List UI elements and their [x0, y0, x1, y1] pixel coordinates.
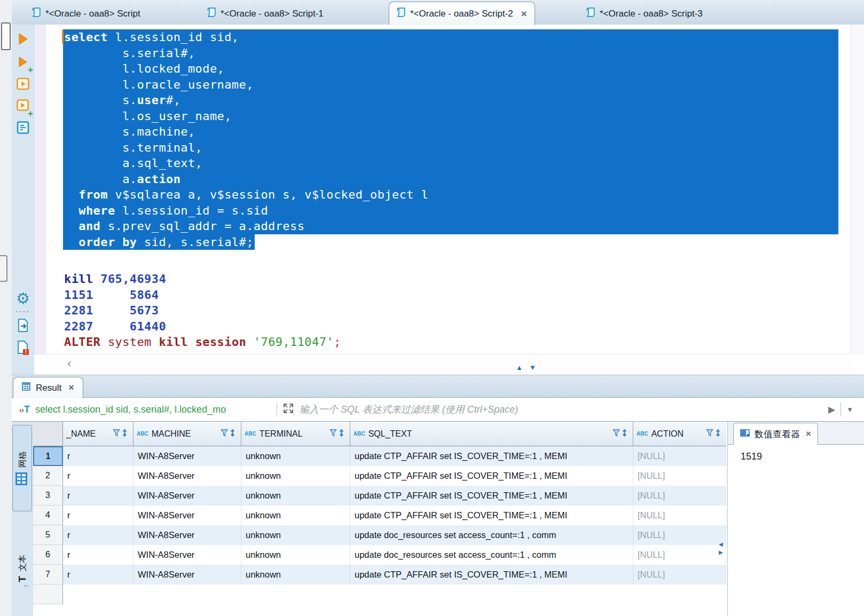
cell-action[interactable]: [NULL]	[633, 545, 726, 565]
cell-sql-text[interactable]: update doc_resources set access_count=:1…	[350, 525, 633, 545]
grid-view-tab[interactable]: 网格	[12, 425, 32, 511]
cell-machine[interactable]: WIN-A8Server	[133, 545, 241, 565]
cell-terminal[interactable]: unknown	[241, 525, 350, 545]
tab-script-2-active[interactable]: *<Oracle - oaa8> Script-2 ×	[389, 2, 535, 25]
cell-name[interactable]: r	[63, 506, 133, 525]
cell-sql-text[interactable]: update CTP_AFFAIR set IS_COVER_TIME=:1 ,…	[350, 486, 633, 506]
close-icon[interactable]: ×	[806, 429, 811, 439]
table-row[interactable]: 7 r WIN-A8Server unknown update CTP_AFFA…	[33, 565, 726, 585]
cell-name[interactable]: r	[63, 525, 133, 545]
collapsed-view-handle[interactable]	[1, 22, 11, 50]
cell-action[interactable]: [NULL]	[633, 525, 726, 545]
filter-funnel-icon[interactable]	[221, 429, 228, 439]
cell-action[interactable]: [NULL]	[633, 565, 726, 585]
result-tab[interactable]: Result ×	[13, 377, 83, 398]
sql-editor[interactable]: select l.session_id sid, s.serial#, l.lo…	[34, 25, 851, 354]
table-row[interactable]: 3 r WIN-A8Server unknown update CTP_AFFA…	[33, 486, 726, 506]
sort-icon[interactable]	[122, 429, 128, 439]
cell-sql-text[interactable]: update CTP_AFFAIR set IS_COVER_TIME=:1 ,…	[350, 466, 633, 486]
row-number[interactable]: 7	[33, 565, 63, 585]
cell-name[interactable]: r	[63, 466, 133, 486]
filter-funnel-icon[interactable]	[329, 429, 337, 439]
filter-funnel-icon[interactable]	[113, 429, 120, 439]
cell-machine[interactable]: WIN-A8Server	[133, 466, 241, 486]
tab-script[interactable]: *<Oracle - oaa8> Script	[25, 3, 148, 25]
execute-script-new-tab-button[interactable]: +	[15, 99, 31, 115]
expand-filter-icon[interactable]	[282, 402, 294, 416]
text-view-tab[interactable]: T↕ 文本	[12, 528, 32, 609]
tab-script-3[interactable]: *<Oracle - oaa8> Script-3	[579, 3, 710, 25]
cell-action[interactable]: [NULL]	[633, 506, 726, 525]
filter-input[interactable]: 输入一个 SQL 表达式来过滤结果 (使用 Ctrl+Space)	[300, 403, 518, 416]
cell-machine[interactable]: WIN-A8Server	[133, 446, 241, 466]
editor-vertical-scrollbar[interactable]	[851, 25, 864, 354]
grid-scroll-arrows[interactable]: ◀ ▶	[719, 540, 723, 556]
code-line: from v$sqlarea a, v$session s, v$locked_…	[63, 187, 838, 203]
cell-sql-text[interactable]: update CTP_AFFAIR set IS_COVER_TIME=:1 ,…	[350, 565, 633, 585]
row-number[interactable]: 4	[33, 506, 63, 525]
sort-icon[interactable]	[230, 429, 235, 439]
column-header-name[interactable]: _NAME	[63, 422, 133, 446]
filter-dropdown-icon[interactable]: ▼	[846, 406, 853, 414]
column-header-action[interactable]: ABC ACTION	[633, 422, 726, 446]
export-result-button[interactable]	[15, 318, 31, 334]
cell-sql-text[interactable]: update CTP_AFFAIR set IS_COVER_TIME=:1 ,…	[350, 446, 633, 466]
cell-terminal[interactable]: unknown	[241, 446, 350, 466]
column-header-terminal[interactable]: ABC TERMINAL	[241, 422, 350, 446]
row-number[interactable]: 1	[33, 446, 63, 466]
row-number[interactable]: 5	[33, 525, 63, 545]
editor-horizontal-scrollbar[interactable]: ‹	[34, 354, 851, 375]
cell-terminal[interactable]: unknown	[241, 506, 350, 525]
cell-machine[interactable]: WIN-A8Server	[133, 565, 241, 585]
cell-action[interactable]: [NULL]	[633, 446, 726, 466]
table-row[interactable]: 4 r WIN-A8Server unknown update CTP_AFFA…	[33, 506, 726, 525]
cell-name[interactable]: r	[63, 545, 133, 565]
output-log-button[interactable]: !	[15, 341, 31, 357]
table-row[interactable]: 5 r WIN-A8Server unknown update doc_reso…	[33, 525, 726, 545]
cell-name[interactable]: r	[63, 486, 133, 506]
column-header-sql-text[interactable]: ABC SQL_TEXT	[350, 422, 633, 446]
cell-terminal[interactable]: unknown	[241, 565, 350, 585]
cell-terminal[interactable]: unknown	[241, 486, 350, 506]
collapse-up-icon[interactable]: ▲	[516, 364, 523, 372]
cell-sql-text[interactable]: update CTP_AFFAIR set IS_COVER_TIME=:1 ,…	[350, 506, 633, 525]
row-number-header[interactable]	[33, 422, 63, 446]
filter-funnel-icon[interactable]	[706, 429, 713, 439]
cell-machine[interactable]: WIN-A8Server	[133, 486, 241, 506]
sort-icon[interactable]	[622, 429, 627, 439]
value-viewer-tab[interactable]: 数值查看器 ×	[733, 423, 818, 445]
cell-machine[interactable]: WIN-A8Server	[133, 506, 241, 525]
tab-script-1[interactable]: *<Oracle - oaa8> Script-1	[200, 3, 331, 25]
cell-action[interactable]: [NULL]	[633, 466, 726, 486]
settings-button[interactable]: ⚙	[15, 290, 31, 306]
apply-filter-icon[interactable]: ▶	[828, 404, 835, 415]
cell-name[interactable]: r	[63, 565, 133, 585]
scroll-left-icon[interactable]: ‹	[67, 357, 71, 370]
collapse-down-icon[interactable]: ▼	[529, 364, 536, 372]
execute-new-tab-button[interactable]: +	[15, 55, 31, 71]
close-icon[interactable]: ×	[68, 382, 74, 393]
table-row[interactable]: 2 r WIN-A8Server unknown update CTP_AFFA…	[33, 466, 726, 486]
cell-sql-text[interactable]: update doc_resources set access_count=:1…	[350, 545, 633, 565]
editor-result-sash[interactable]: ▲ ▼	[516, 364, 536, 372]
execute-statement-button[interactable]	[15, 32, 31, 48]
grid-view-label: 网格	[17, 451, 28, 468]
row-number[interactable]: 6	[33, 545, 63, 565]
table-row[interactable]: 1 r WIN-A8Server unknown update CTP_AFFA…	[33, 446, 726, 466]
row-number[interactable]: 2	[33, 466, 63, 486]
cell-terminal[interactable]: unknown	[241, 545, 350, 565]
column-header-machine[interactable]: ABC MACHINE	[133, 422, 241, 446]
table-row[interactable]: 6 r WIN-A8Server unknown update doc_reso…	[33, 545, 726, 565]
sort-icon[interactable]	[339, 429, 344, 439]
cell-machine[interactable]: WIN-A8Server	[133, 525, 241, 545]
collapsed-palette-handle[interactable]	[0, 255, 7, 282]
sort-icon[interactable]	[715, 429, 721, 439]
cell-name[interactable]: r	[63, 446, 133, 466]
cell-action[interactable]: [NULL]	[633, 486, 726, 506]
execute-script-button[interactable]	[15, 77, 31, 93]
row-number[interactable]: 3	[33, 486, 63, 506]
close-icon[interactable]: ×	[521, 8, 527, 20]
explain-plan-button[interactable]	[15, 121, 31, 137]
cell-terminal[interactable]: unknown	[241, 466, 350, 486]
filter-funnel-icon[interactable]	[612, 429, 620, 439]
